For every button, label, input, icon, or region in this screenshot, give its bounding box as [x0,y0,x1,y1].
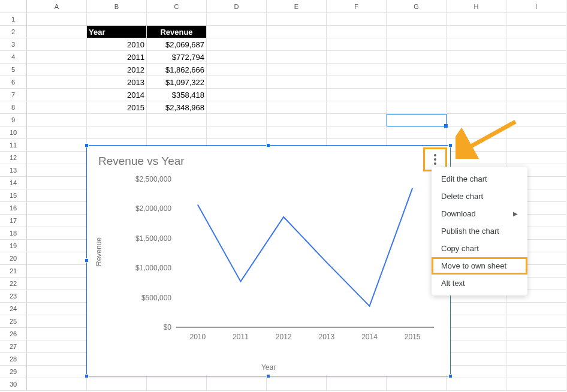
row-header-7[interactable]: 7 [0,89,27,101]
row-header-10[interactable]: 10 [0,126,27,139]
row-header-5[interactable]: 5 [0,64,27,76]
cell-I2[interactable] [506,26,566,38]
cell-I7[interactable] [506,89,566,101]
cell-A5[interactable] [27,64,87,76]
cell-A18[interactable] [27,227,87,240]
cell-D6[interactable] [207,76,267,89]
row-header-18[interactable]: 18 [0,227,27,240]
cell-E8[interactable] [267,101,327,114]
cell-C5[interactable]: $1,862,666 [147,64,207,76]
cell-A1[interactable] [27,13,87,26]
column-header-I[interactable]: I [506,0,566,13]
row-header-12[interactable]: 12 [0,152,27,164]
cell-D9[interactable] [207,114,267,126]
cell-G4[interactable] [387,51,447,64]
cell-A2[interactable] [27,26,87,38]
cell-E2[interactable] [267,26,327,38]
cell-I29[interactable] [506,366,566,378]
row-header-19[interactable]: 19 [0,240,27,252]
cell-C1[interactable] [147,13,207,26]
cell-G6[interactable] [387,76,447,89]
cell-I25[interactable] [506,315,566,328]
cell-F10[interactable] [327,126,387,139]
cell-A21[interactable] [27,265,87,278]
cell-B4[interactable]: 2011 [87,51,147,64]
cell-E10[interactable] [267,126,327,139]
column-header-A[interactable]: A [27,0,87,13]
row-header-8[interactable]: 8 [0,101,27,114]
row-header-2[interactable]: 2 [0,26,27,38]
cell-E9[interactable] [267,114,327,126]
cell-B8[interactable]: 2015 [87,101,147,114]
cell-B1[interactable] [87,13,147,26]
cell-I12[interactable] [506,152,566,164]
cell-A26[interactable] [27,328,87,340]
row-header-14[interactable]: 14 [0,177,27,189]
row-header-3[interactable]: 3 [0,38,27,51]
cell-H11[interactable] [447,139,506,152]
cell-A9[interactable] [27,114,87,126]
cell-D7[interactable] [207,89,267,101]
cell-I26[interactable] [506,328,566,340]
row-header-9[interactable]: 9 [0,114,27,126]
cell-F4[interactable] [327,51,387,64]
cell-H9[interactable] [447,114,506,126]
cell-G5[interactable] [387,64,447,76]
cell-H10[interactable] [447,126,506,139]
cell-A17[interactable] [27,215,87,227]
cell-B2[interactable]: Year [87,26,147,38]
cell-F3[interactable] [327,38,387,51]
row-header-26[interactable]: 26 [0,328,27,340]
chart-title[interactable]: Revenue vs Year [98,155,185,168]
cell-A25[interactable] [27,315,87,328]
row-header-17[interactable]: 17 [0,215,27,227]
row-header-15[interactable]: 15 [0,189,27,202]
cell-F2[interactable] [327,26,387,38]
cell-I11[interactable] [506,139,566,152]
cell-I30[interactable] [506,378,566,391]
cell-H26[interactable] [447,328,506,340]
cell-G30[interactable] [387,378,447,391]
cell-A20[interactable] [27,252,87,265]
column-header-D[interactable]: D [207,0,267,13]
cell-H25[interactable] [447,315,506,328]
cell-B10[interactable] [87,126,147,139]
row-header-1[interactable]: 1 [0,13,27,26]
cell-A14[interactable] [27,177,87,189]
cell-G7[interactable] [387,89,447,101]
cell-I8[interactable] [506,101,566,114]
cell-A19[interactable] [27,240,87,252]
cell-A12[interactable] [27,152,87,164]
row-header-27[interactable]: 27 [0,340,27,353]
cell-D3[interactable] [207,38,267,51]
menu-item-copy[interactable]: Copy chart [432,240,527,257]
cell-H6[interactable] [447,76,506,89]
row-header-21[interactable]: 21 [0,265,27,278]
cell-G1[interactable] [387,13,447,26]
cell-E5[interactable] [267,64,327,76]
column-header-F[interactable]: F [327,0,387,13]
cell-D5[interactable] [207,64,267,76]
cell-G8[interactable] [387,101,447,114]
cell-F9[interactable] [327,114,387,126]
cell-C30[interactable] [147,378,207,391]
row-header-20[interactable]: 20 [0,252,27,265]
cell-H4[interactable] [447,51,506,64]
row-header-28[interactable]: 28 [0,353,27,366]
cell-A30[interactable] [27,378,87,391]
cell-I1[interactable] [506,13,566,26]
cell-H1[interactable] [447,13,506,26]
menu-item-download[interactable]: Download▶ [432,205,527,222]
row-header-11[interactable]: 11 [0,139,27,152]
cell-A23[interactable] [27,290,87,303]
cell-H30[interactable] [447,378,506,391]
cell-E4[interactable] [267,51,327,64]
row-header-24[interactable]: 24 [0,303,27,315]
row-header-30[interactable]: 30 [0,378,27,391]
cell-I4[interactable] [506,51,566,64]
cell-A15[interactable] [27,189,87,202]
menu-item-publish[interactable]: Publish the chart [432,222,527,240]
cell-D4[interactable] [207,51,267,64]
cell-C2[interactable]: Revenue [147,26,207,38]
column-header-B[interactable]: B [87,0,147,13]
